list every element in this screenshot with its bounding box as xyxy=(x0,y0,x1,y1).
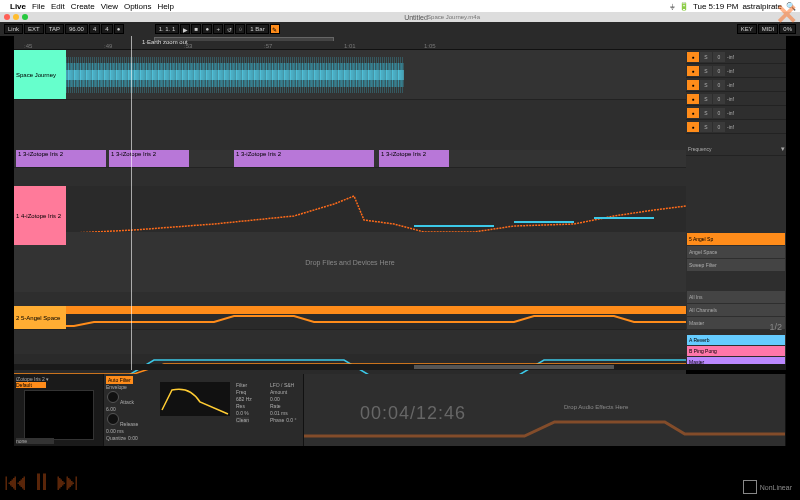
solo-button[interactable]: S xyxy=(700,94,712,104)
automation-param-chooser[interactable]: Frequency xyxy=(687,146,780,152)
timeline-ruler[interactable]: 1·Earth zoom out :45 :49 :53 :57 1:01 1:… xyxy=(14,36,786,50)
vol-display[interactable]: -inf xyxy=(726,54,785,60)
menu-create[interactable]: Create xyxy=(71,2,95,11)
resonance-value[interactable]: 0.0 % xyxy=(236,410,249,416)
vol-display[interactable]: -inf xyxy=(726,110,785,116)
vol-display[interactable]: -inf xyxy=(726,96,785,102)
arrangement-view[interactable]: 1·Earth zoom out :45 :49 :53 :57 1:01 1:… xyxy=(14,36,786,370)
play-pause-icon[interactable]: ⏸ xyxy=(30,468,54,496)
mute-button[interactable]: 0 xyxy=(713,66,725,76)
prev-track-icon[interactable]: ⏮ xyxy=(4,468,28,496)
link-toggle[interactable]: Link xyxy=(4,24,23,34)
device-drop-area[interactable]: Drop Audio Effects Here xyxy=(304,374,786,446)
pencil-tool[interactable]: ✎ xyxy=(270,24,280,34)
playhead[interactable] xyxy=(131,36,132,370)
track-activator[interactable]: ● xyxy=(687,108,699,118)
track-header[interactable]: Space Journey xyxy=(14,50,66,99)
tempo-field[interactable]: 96.00 xyxy=(65,24,88,34)
device-auto-filter[interactable]: Auto Filter Envelope Attack 6.00 Release… xyxy=(104,374,304,446)
locator-marker[interactable]: 1·Earth zoom out xyxy=(142,39,188,45)
menu-file[interactable]: File xyxy=(32,2,45,11)
return-track-a[interactable]: A Reverb xyxy=(687,335,785,345)
attack-value[interactable]: 6.00 xyxy=(106,406,116,412)
pager[interactable]: 1/2 xyxy=(769,322,782,332)
midi-clip[interactable]: 1 3-iZotope Iris 2 xyxy=(109,150,189,167)
clock[interactable]: Tue 5:19 PM xyxy=(693,2,739,11)
scroll-thumb[interactable] xyxy=(414,365,614,369)
mute-button[interactable]: 0 xyxy=(713,52,725,62)
freq-value[interactable]: 682 Hz xyxy=(236,396,252,402)
track-activator[interactable]: ● xyxy=(687,52,699,62)
mute-button[interactable]: 0 xyxy=(713,108,725,118)
midi-clip[interactable]: 1 3-iZotope Iris 2 xyxy=(379,150,449,167)
track-header[interactable]: 1 4-iZotope Iris 2 xyxy=(14,186,66,245)
automation-arm[interactable]: ↺ xyxy=(224,24,234,34)
app-menu[interactable]: Live xyxy=(10,2,26,11)
lfo-amount-value[interactable]: 0.00 xyxy=(270,396,280,402)
track-activator[interactable]: ● xyxy=(687,122,699,132)
menu-edit[interactable]: Edit xyxy=(51,2,65,11)
user-name[interactable]: astralpirate xyxy=(742,2,782,11)
play-button[interactable]: ▶ xyxy=(180,24,190,34)
plugin-gui-icon[interactable] xyxy=(24,390,94,440)
solo-button[interactable]: S xyxy=(700,80,712,90)
release-value[interactable]: 0.00 ms xyxy=(106,428,124,434)
device-chain-row[interactable]: Angel Space xyxy=(687,246,785,258)
filter-mode[interactable]: Clean xyxy=(236,417,249,423)
chevron-down-icon[interactable]: ▾ xyxy=(781,145,785,153)
track-header[interactable]: 2 5-Angel Space xyxy=(14,306,66,329)
return-track-b[interactable]: B Ping Pong xyxy=(687,346,785,356)
minimize-button[interactable] xyxy=(13,14,19,20)
vol-display[interactable]: -inf xyxy=(726,68,785,74)
position-display[interactable]: 1. 1. 1 xyxy=(155,24,180,34)
device-chain-row[interactable]: 5 Angel Sp xyxy=(687,233,785,245)
sig-denominator[interactable]: 4 xyxy=(101,24,112,34)
filter-curve-display[interactable] xyxy=(160,382,230,416)
midi-clip[interactable]: 1 3-iZotope Iris 2 xyxy=(16,150,106,167)
track-activator[interactable]: ● xyxy=(687,80,699,90)
overdub-button[interactable]: + xyxy=(213,24,223,34)
next-track-icon[interactable]: ⏭ xyxy=(56,468,80,496)
metronome-button[interactable]: ● xyxy=(114,24,124,34)
preset-none[interactable]: none xyxy=(16,438,54,444)
zoom-button[interactable] xyxy=(22,14,28,20)
midi-map[interactable]: MIDI xyxy=(758,24,779,34)
solo-button[interactable]: S xyxy=(700,66,712,76)
quantize-value[interactable]: 0:00 xyxy=(128,435,138,441)
vol-display[interactable]: -inf xyxy=(726,82,785,88)
input-type-chooser[interactable]: All Ins xyxy=(687,291,785,303)
record-button[interactable]: ● xyxy=(202,24,212,34)
preset-chooser[interactable]: Default xyxy=(16,382,46,388)
horizontal-scrollbar[interactable] xyxy=(14,364,786,370)
menu-help[interactable]: Help xyxy=(158,2,174,11)
midi-clip[interactable]: 1 3-iZotope Iris 2 xyxy=(234,150,374,167)
track-activator[interactable]: ● xyxy=(687,94,699,104)
track-activator[interactable]: ● xyxy=(687,66,699,76)
lfo-phase-value[interactable]: 0.0 ° xyxy=(286,417,296,423)
loop-length[interactable]: 1 Bar xyxy=(246,24,268,34)
key-map[interactable]: KEY xyxy=(737,24,757,34)
mute-button[interactable]: 0 xyxy=(713,122,725,132)
track-izotope-midi[interactable]: 1 3-iZotope Iris 2 1 3-iZotope Iris 2 1 … xyxy=(14,150,686,168)
solo-button[interactable]: S xyxy=(700,122,712,132)
menu-options[interactable]: Options xyxy=(124,2,152,11)
battery-icon[interactable]: 🔋 xyxy=(679,2,689,11)
lfo-rate-value[interactable]: 0.01 ms xyxy=(270,410,288,416)
stop-button[interactable]: ■ xyxy=(191,24,201,34)
spotlight-icon[interactable]: 🔍 xyxy=(786,2,796,11)
vol-display[interactable]: -inf xyxy=(726,124,785,130)
close-button[interactable] xyxy=(4,14,10,20)
drop-files-area[interactable]: Drop Files and Devices Here xyxy=(14,232,686,292)
automation-envelope[interactable] xyxy=(14,314,686,330)
device-izotope[interactable]: iZotope Iris 2 ▾ Default none xyxy=(14,374,104,446)
tap-tempo[interactable]: TAP xyxy=(45,24,64,34)
device-title[interactable]: Auto Filter xyxy=(106,376,133,384)
mute-button[interactable]: 0 xyxy=(713,94,725,104)
solo-button[interactable]: S xyxy=(700,52,712,62)
track-angel-space[interactable]: 2 5-Angel Space xyxy=(14,306,686,330)
attack-knob[interactable] xyxy=(107,391,119,403)
tracks-area[interactable]: Space Journey 1 3-iZotope Iris 2 1 3-iZo… xyxy=(14,50,686,370)
solo-button[interactable]: S xyxy=(700,108,712,118)
ext-sync[interactable]: EXT xyxy=(24,24,44,34)
input-channel-chooser[interactable]: All Channels xyxy=(687,304,785,316)
